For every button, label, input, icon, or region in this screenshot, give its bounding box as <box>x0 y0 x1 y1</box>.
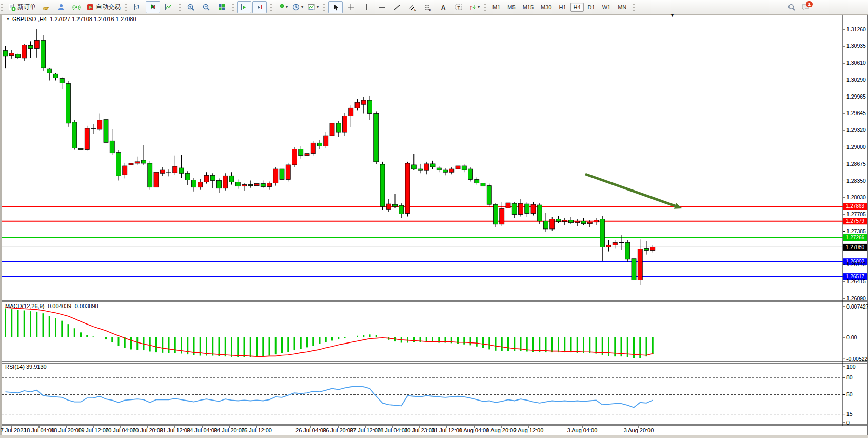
time-axis-label: 26 Jul 04:00 <box>295 427 326 433</box>
indicators-button[interactable]: ▾ <box>275 1 289 13</box>
time-axis-label: 18 Jul 04:00 <box>24 427 54 433</box>
time-axis-label: 28 Jul 04:00 <box>377 427 408 433</box>
arrows-button[interactable]: ▾ <box>467 1 481 13</box>
notification-badge: 1 <box>806 1 813 7</box>
time-axis-label: 30 Jul 23:00 <box>404 427 435 433</box>
time-axis-label: 2 Aug 12:00 <box>514 427 544 433</box>
text-button[interactable]: A <box>436 1 450 13</box>
timeframe-w1-button[interactable]: W1 <box>599 3 614 12</box>
time-axis-label: 1 Aug 20:00 <box>486 427 517 433</box>
zoom-in-button[interactable] <box>184 1 198 13</box>
timeframe-mn-button[interactable]: MN <box>615 3 629 12</box>
indicators-button-dropdown-icon[interactable]: ▾ <box>286 5 288 9</box>
line-chart-button[interactable] <box>161 1 175 13</box>
mt4-window: { "toolbar": { "new_order_label": "新订单",… <box>0 0 868 438</box>
main-toolbar: 新订单自动交易▾▾▾EFAT▾M1M5M15M30H1H4D1W1MN1 <box>0 0 868 14</box>
horizontal-line-icon <box>378 3 386 11</box>
candle-chart-icon <box>149 3 157 11</box>
templates-button-dropdown-icon[interactable]: ▾ <box>317 5 319 9</box>
time-axis-label: 3 Aug 20:00 <box>624 427 654 433</box>
gold-button[interactable] <box>38 1 53 13</box>
time-axis-label: 20 Jul 04:00 <box>105 427 136 433</box>
timeframe-d1-button[interactable]: D1 <box>585 3 598 12</box>
zoom-out-button[interactable] <box>199 1 213 13</box>
timeframe-m30-button[interactable]: M30 <box>538 3 555 12</box>
toolbar-grip <box>232 3 234 12</box>
trendline-button[interactable] <box>390 1 404 13</box>
svg-text:F: F <box>429 8 431 11</box>
community-button[interactable] <box>54 1 68 13</box>
new-order-button-label: 新订单 <box>17 3 36 11</box>
community-icon <box>57 3 65 11</box>
toolbar-grip <box>484 3 486 12</box>
new-order-button[interactable]: 新订单 <box>6 1 37 13</box>
horizontal-line-button[interactable] <box>374 1 389 13</box>
macd-panel[interactable] <box>2 302 843 361</box>
fibonacci-button[interactable]: F <box>421 1 435 13</box>
templates-icon <box>307 3 315 11</box>
signal-icon <box>72 3 81 11</box>
timeframe-h1-button[interactable]: H1 <box>556 3 569 12</box>
toolbar-grip <box>270 3 272 12</box>
macd-indicator-label: MACD(12,26,9) -0.004039 -0.003898 <box>5 303 98 309</box>
chart-symbol-timeframe: GBPUSD-,H4 <box>12 16 47 22</box>
zoom-out-icon <box>202 3 210 11</box>
tile-windows-button[interactable] <box>214 1 229 13</box>
toolbar-grip <box>323 3 325 12</box>
periods-icon <box>292 3 300 11</box>
templates-button[interactable]: ▾ <box>306 1 320 13</box>
periods-button[interactable]: ▾ <box>290 1 305 13</box>
crosshair-button[interactable] <box>344 1 358 13</box>
chart-shift-icon <box>255 3 264 11</box>
new-order-icon <box>8 3 16 11</box>
time-axis-label: 25 Jul 12:00 <box>241 427 272 433</box>
arrows-button-dropdown-icon[interactable]: ▾ <box>478 5 480 9</box>
auto-trading-button-label: 自动交易 <box>96 3 121 11</box>
chart-shift-button[interactable] <box>252 1 267 13</box>
signals-button[interactable] <box>69 1 84 13</box>
main-chart-area[interactable] <box>2 16 843 300</box>
chart-collapse-icon[interactable]: ▼ <box>6 17 10 21</box>
time-axis-label: 18 Jul 20:00 <box>51 427 82 433</box>
periods-button-dropdown-icon[interactable]: ▾ <box>301 5 303 9</box>
rsi-indicator-label: RSI(14) 39.9130 <box>5 364 47 370</box>
text-label-button[interactable]: T <box>451 1 466 13</box>
toolbar-grip <box>179 3 181 12</box>
autotrading-icon <box>86 3 94 11</box>
time-axis-label: 31 Jul 12:00 <box>431 427 462 433</box>
arrows-icon <box>468 3 477 11</box>
toolbar-grip <box>1 3 3 12</box>
bar-chart-icon <box>133 3 142 11</box>
price-scale[interactable] <box>843 15 867 424</box>
time-axis-label: 20 Jul 20:00 <box>132 427 163 433</box>
rsi-panel[interactable] <box>2 364 843 424</box>
cursor-icon <box>331 3 340 11</box>
search-icon <box>787 3 796 11</box>
time-axis-label: 27 Jul 12:00 <box>350 427 381 433</box>
cursor-button[interactable] <box>328 1 343 13</box>
line-chart-icon <box>164 3 172 11</box>
text-label-icon: T <box>455 3 463 11</box>
search-button[interactable] <box>784 1 799 13</box>
vertical-line-icon <box>362 3 370 11</box>
bar-chart-button[interactable] <box>130 1 145 13</box>
crosshair-icon <box>347 3 355 11</box>
vertical-line-button[interactable] <box>359 1 373 13</box>
time-axis-label: 3 Aug 04:00 <box>567 427 598 433</box>
auto-trading-button[interactable]: 自动交易 <box>85 1 122 13</box>
svg-text:E: E <box>414 8 416 11</box>
svg-text:A: A <box>441 4 446 11</box>
auto-scroll-button[interactable] <box>237 1 251 13</box>
indicators-icon <box>277 3 285 11</box>
equidistant-channel-button[interactable]: E <box>405 1 420 13</box>
time-axis-label: 17 Jul 2023 <box>0 427 26 433</box>
svg-text:T: T <box>457 5 460 10</box>
candle-chart-button[interactable] <box>146 1 160 13</box>
chat-button[interactable]: 1 <box>800 1 818 13</box>
timeframe-m15-button[interactable]: M15 <box>520 3 537 12</box>
time-axis-label: 26 Jul 20:00 <box>323 427 353 433</box>
timeframe-m1-button[interactable]: M1 <box>489 3 503 12</box>
timeframe-m5-button[interactable]: M5 <box>504 3 518 12</box>
auto-scroll-icon <box>240 3 248 11</box>
timeframe-h4-button[interactable]: H4 <box>570 3 584 12</box>
